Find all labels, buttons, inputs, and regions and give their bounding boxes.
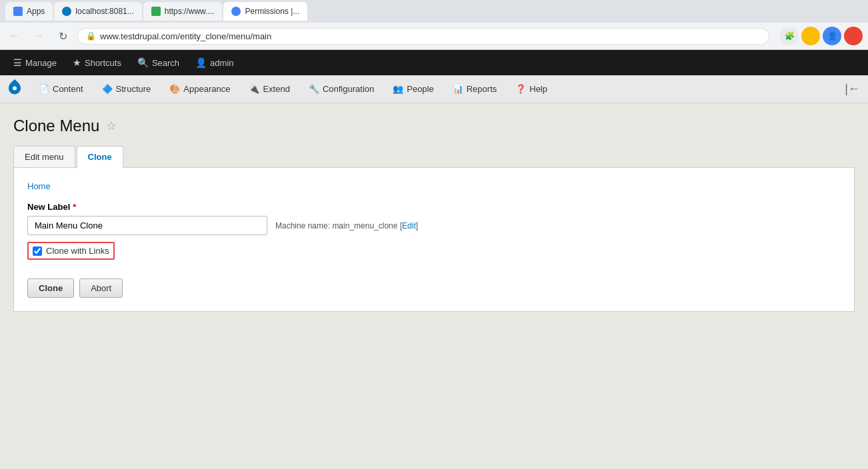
browser-toolbar: ← → ↻ 🔒 www.testdrupal.com/entity_clone/… <box>0 23 868 49</box>
page-title: Clone Menu <box>13 117 99 135</box>
nav-help-label: Help <box>529 84 547 94</box>
search-icon: 🔍 <box>137 57 149 68</box>
toolbar-shortcuts[interactable]: ★ Shortcuts <box>65 50 129 75</box>
nav-collapse-icon[interactable]: |← <box>845 82 860 96</box>
appearance-icon: 🎨 <box>169 84 180 94</box>
clone-with-links-checkbox[interactable] <box>33 246 42 256</box>
nav-extend[interactable]: 🔌 Extend <box>239 75 299 103</box>
forward-button[interactable]: → <box>29 27 48 45</box>
new-label-input[interactable] <box>27 216 267 235</box>
lock-icon: 🔒 <box>86 31 96 41</box>
tab-permissions-label: Permissions |... <box>245 7 299 16</box>
help-icon: ❓ <box>515 84 526 94</box>
svg-point-0 <box>13 86 17 90</box>
drupal-nav: 📄 Content 🔷 Structure 🎨 Appearance 🔌 Ext… <box>0 75 868 103</box>
admin-toolbar: ☰ Manage ★ Shortcuts 🔍 Search 👤 admin <box>0 50 868 75</box>
nav-appearance-label: Appearance <box>183 84 230 94</box>
tab-clone[interactable]: Clone <box>77 146 123 168</box>
nav-content[interactable]: 📄 Content <box>29 75 93 103</box>
structure-icon: 🔷 <box>102 84 113 94</box>
drupal-logo[interactable] <box>3 77 27 101</box>
required-indicator: * <box>73 202 76 212</box>
manage-icon: ☰ <box>13 57 22 68</box>
admin-label: admin <box>210 58 233 68</box>
form-row-label: Machine name: main_menu_clone [Edit] <box>27 216 841 235</box>
page-tabs: Edit menu Clone <box>13 146 855 168</box>
nav-people-label: People <box>407 84 433 94</box>
ext-icon-red[interactable] <box>844 27 863 45</box>
nav-extend-label: Extend <box>263 84 289 94</box>
nav-structure[interactable]: 🔷 Structure <box>93 75 161 103</box>
nav-reports[interactable]: 📊 Reports <box>443 75 507 103</box>
tab-clone-label: Clone <box>88 152 112 162</box>
tab-localhost-label: localhost:8081... <box>75 7 133 16</box>
nav-help[interactable]: ❓ Help <box>506 75 557 103</box>
toolbar-manage[interactable]: ☰ Manage <box>5 50 65 75</box>
tab-permissions[interactable]: Permissions |... <box>223 2 307 21</box>
ext-icon-user[interactable]: 👤 <box>823 27 841 45</box>
nav-configuration[interactable]: 🔧 Configuration <box>299 75 383 103</box>
shortcuts-label: Shortcuts <box>85 58 121 68</box>
machine-name-edit-link[interactable]: Edit <box>402 221 416 231</box>
breadcrumb-home[interactable]: Home <box>27 181 841 191</box>
people-icon: 👥 <box>393 84 403 94</box>
shortcuts-icon: ★ <box>73 57 81 68</box>
toolbar-search[interactable]: 🔍 Search <box>129 50 187 75</box>
tab-edit-menu[interactable]: Edit menu <box>13 146 75 167</box>
reload-button[interactable]: ↻ <box>53 27 72 45</box>
tab-localhost[interactable]: localhost:8081... <box>54 2 141 21</box>
configuration-icon: 🔧 <box>309 84 319 94</box>
browser-extensions: 🧩 👤 <box>780 27 863 45</box>
form-area: Home New Label * Machine name: main_menu… <box>13 168 855 312</box>
url-text: www.testdrupal.com/entity_clone/menu/mai… <box>100 31 271 41</box>
page-title-area: Clone Menu ☆ <box>13 117 855 135</box>
new-label-label: New Label * <box>27 202 841 212</box>
nav-appearance[interactable]: 🎨 Appearance <box>160 75 239 103</box>
tab-apps[interactable]: Apps <box>5 2 53 21</box>
content-icon: 📄 <box>39 84 49 94</box>
address-bar[interactable]: 🔒 www.testdrupal.com/entity_clone/menu/m… <box>77 28 769 45</box>
form-buttons: Clone Abort <box>27 278 841 298</box>
https-favicon <box>151 7 161 16</box>
search-label: Search <box>152 58 179 68</box>
tab-https[interactable]: https://www.... <box>143 2 223 21</box>
page-content: Clone Menu ☆ Edit menu Clone Home New La… <box>0 103 868 469</box>
browser-tabs: Apps localhost:8081... https://www.... P… <box>0 0 868 23</box>
manage-label: Manage <box>25 58 57 68</box>
tab-edit-menu-label: Edit menu <box>25 152 64 162</box>
nav-content-label: Content <box>53 84 83 94</box>
ext-icon-1[interactable]: 🧩 <box>780 27 799 45</box>
nav-configuration-label: Configuration <box>323 84 374 94</box>
localhost-favicon <box>62 7 71 16</box>
abort-button[interactable]: Abort <box>79 278 123 298</box>
clone-button[interactable]: Clone <box>27 278 74 298</box>
machine-name-display: Machine name: main_menu_clone [Edit] <box>275 221 418 231</box>
nav-reports-label: Reports <box>467 84 497 94</box>
clone-with-links-wrapper[interactable]: Clone with Links <box>27 242 115 260</box>
reports-icon: 📊 <box>453 84 463 94</box>
clone-with-links-label: Clone with Links <box>46 246 109 256</box>
tab-apps-label: Apps <box>27 7 45 16</box>
apps-favicon <box>13 7 23 16</box>
toolbar-admin[interactable]: 👤 admin <box>187 50 241 75</box>
back-button[interactable]: ← <box>5 27 24 45</box>
nav-people[interactable]: 👥 People <box>383 75 443 103</box>
bookmark-icon[interactable]: ☆ <box>106 119 117 133</box>
ext-icon-2[interactable] <box>801 27 820 45</box>
tab-https-label: https://www.... <box>165 7 215 16</box>
nav-structure-label: Structure <box>116 84 151 94</box>
admin-icon: 👤 <box>195 57 207 68</box>
extend-icon: 🔌 <box>249 84 259 94</box>
permissions-favicon <box>231 7 241 16</box>
